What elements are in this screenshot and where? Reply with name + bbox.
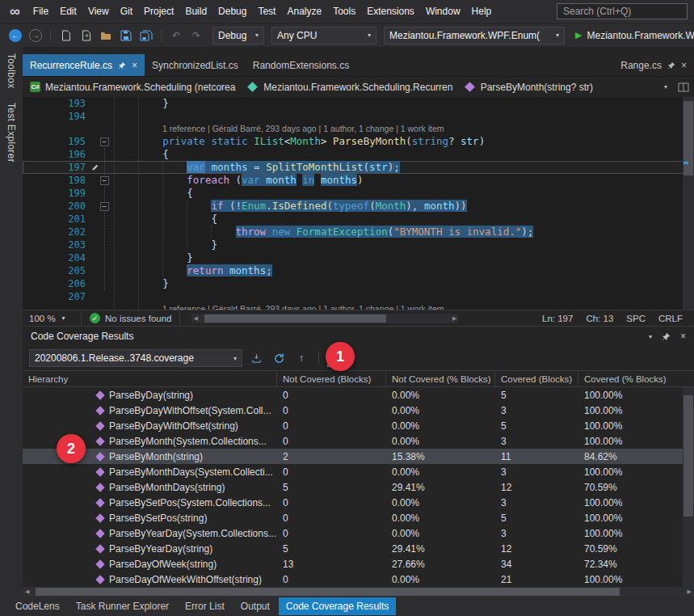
editor-tab-range-cs[interactable]: Range.cs× — [613, 54, 694, 76]
table-vertical-scrollbar[interactable] — [683, 387, 694, 587]
code-line-201[interactable]: 201 { — [23, 213, 694, 226]
scrollbar-thumb[interactable] — [36, 588, 620, 596]
codelens-indicator[interactable]: 1 reference | Gérald Barré, 293 days ago… — [23, 123, 694, 135]
menu-item-git[interactable]: Git — [115, 2, 138, 21]
bottom-tab-code-coverage-results[interactable]: Code Coverage Results — [279, 597, 396, 615]
import-coverage-button[interactable] — [247, 349, 265, 367]
code-line-204[interactable]: 204 } — [23, 251, 694, 264]
menu-item-help[interactable]: Help — [466, 2, 498, 21]
split-editor-icon[interactable] — [675, 82, 692, 92]
search-input[interactable] — [557, 3, 688, 19]
coverage-row-parsebymonthdays-string[interactable]: ParseByMonthDays(string)529.41%1270.59% — [23, 479, 694, 495]
menu-item-debug[interactable]: Debug — [212, 2, 252, 21]
zoom-dropdown[interactable]: 100 % ▾ — [23, 310, 81, 326]
menu-item-tools[interactable]: Tools — [327, 2, 361, 21]
new-project-button[interactable] — [57, 27, 74, 44]
scrollbar-thumb[interactable] — [204, 314, 386, 323]
editor-horizontal-scrollbar[interactable]: ◀ ▶ — [191, 314, 458, 323]
configuration-dropdown[interactable]: Debug ▾ — [212, 27, 264, 44]
editor-tab-recurrencerule-cs[interactable]: RecurrenceRule.cs× — [23, 54, 145, 76]
add-item-button[interactable] — [77, 27, 95, 44]
type-dropdown-breadcrumb[interactable]: Meziantou.Framework.Scheduling.Recurren … — [241, 78, 456, 96]
code-line-207[interactable]: 207 — [23, 290, 694, 303]
menu-item-analyze[interactable]: Analyze — [281, 2, 327, 21]
menu-item-build[interactable]: Build — [179, 2, 212, 21]
side-tab-toolbox[interactable]: Toolbox — [6, 53, 17, 88]
codelens-indicator[interactable]: 1 reference | Gérald Barré, 293 days ago… — [23, 303, 694, 310]
code-editor[interactable]: 193 }1941 reference | Gérald Barré, 293 … — [23, 97, 694, 310]
code-line-194[interactable]: 194 — [23, 110, 694, 123]
member-dropdown-breadcrumb[interactable]: ParseByMonth(string? str) ▾ — [458, 78, 673, 96]
menu-item-test[interactable]: Test — [252, 2, 281, 21]
column-header-covered-blocks[interactable]: Covered (Blocks) — [495, 371, 578, 386]
coverage-row-parsebyyearday-system-collections[interactable]: ParseByYearDay(System.Collections...00.0… — [23, 525, 694, 541]
window-position-icon[interactable]: ▾ — [649, 333, 652, 340]
pin-icon[interactable] — [118, 61, 126, 70]
menu-item-window[interactable]: Window — [420, 2, 466, 21]
bottom-tab-codelens[interactable]: CodeLens — [8, 597, 67, 615]
close-icon[interactable]: × — [680, 331, 686, 342]
coverage-row-parsebymonth-system-collections[interactable]: ParseByMonth(System.Collections...00.00%… — [23, 433, 694, 449]
merge-coverage-button[interactable] — [270, 349, 288, 367]
code-line-193[interactable]: 193 } — [23, 97, 694, 110]
column-header-hierarchy[interactable]: Hierarchy — [23, 371, 277, 386]
scrollbar-thumb[interactable] — [683, 101, 693, 175]
save-all-button[interactable] — [137, 27, 155, 44]
coverage-row-parsedayofweekwithoffset-string[interactable]: ParseDayOfWeekWithOffset(string)00.00%21… — [23, 572, 694, 587]
code-line-200[interactable]: 200− if (!Enum.IsDefined(typeof(Month), … — [23, 200, 694, 213]
coverage-report-dropdown[interactable]: 20200806.1.Release..3748.coverage ▾ — [29, 349, 242, 367]
column-header-covered-blocks[interactable]: Covered (% Blocks) — [578, 371, 694, 386]
navigate-forward-button[interactable]: → — [27, 27, 44, 44]
startup-project-dropdown[interactable]: Meziantou.Framework.WPF.Enum( ▾ — [384, 27, 565, 44]
scroll-right-icon[interactable]: ▶ — [688, 589, 692, 595]
code-line-197[interactable]: 197 var months = SplitToMonthList(str); — [23, 161, 694, 174]
coverage-row-parsebydaywithoffset-system-coll[interactable]: ParseByDayWithOffset(System.Coll...00.00… — [23, 403, 694, 418]
column-header-not-covered-blocks[interactable]: Not Covered (Blocks) — [277, 371, 386, 386]
code-line-195[interactable]: 195− private static IList<Month> ParseBy… — [23, 135, 694, 148]
navigate-back-button[interactable]: ← — [6, 27, 24, 44]
start-debugging-button[interactable]: ▶ Meziantou.Framework.WPF.Enu — [575, 30, 694, 41]
coverage-row-parsebymonthdays-system-collecti[interactable]: ParseByMonthDays(System.Collecti...00.00… — [23, 464, 694, 479]
spaces-indicator[interactable]: SPC — [626, 314, 646, 323]
code-line-196[interactable]: 196 { — [23, 148, 694, 161]
coverage-row-parsebysetpos-string[interactable]: ParseBySetPos(string)00.00%5100.00% — [23, 510, 694, 525]
editor-vertical-scrollbar[interactable] — [683, 97, 694, 310]
undo-button[interactable]: ↶ — [167, 27, 185, 44]
fold-collapse-icon[interactable]: − — [99, 174, 109, 187]
panel-horizontal-scrollbar[interactable]: ◀ ▶ — [23, 587, 694, 597]
menu-item-view[interactable]: View — [82, 2, 115, 21]
editor-tab-synchronizedlist-cs[interactable]: SynchronizedList.cs — [145, 54, 246, 76]
scrollbar-thumb[interactable] — [683, 395, 693, 517]
bottom-tab-error-list[interactable]: Error List — [178, 597, 232, 615]
close-icon[interactable]: × — [132, 61, 137, 70]
export-coverage-button[interactable]: ↑ — [292, 349, 310, 367]
scroll-left-icon[interactable]: ◀ — [25, 589, 29, 595]
pin-icon[interactable] — [667, 61, 675, 70]
code-line-206[interactable]: 206 } — [23, 277, 694, 290]
line-indicator[interactable]: Ln: 197 — [542, 314, 573, 323]
menu-item-file[interactable]: File — [27, 2, 54, 21]
bottom-tab-task-runner-explorer[interactable]: Task Runner Explorer — [69, 597, 176, 615]
scroll-left-icon[interactable]: ◀ — [193, 315, 197, 322]
code-line-198[interactable]: 198− foreach (var month in months) — [23, 174, 694, 187]
coverage-row-parsebyyearday-string[interactable]: ParseByYearDay(string)529.41%1270.59% — [23, 541, 694, 556]
code-line-199[interactable]: 199 { — [23, 187, 694, 200]
fold-collapse-icon[interactable]: − — [99, 135, 109, 148]
close-icon[interactable]: × — [681, 61, 687, 70]
line-ending-indicator[interactable]: CRLF — [658, 314, 683, 323]
coverage-row-parsebydaywithoffset-string[interactable]: ParseByDayWithOffset(string)00.00%5100.0… — [23, 418, 694, 433]
column-indicator[interactable]: Ch: 13 — [586, 314, 613, 323]
save-button[interactable] — [117, 27, 135, 44]
fold-collapse-icon[interactable]: − — [99, 200, 109, 213]
project-dropdown-breadcrumb[interactable]: C# Meziantou.Framework.Scheduling (netco… — [24, 78, 239, 96]
side-tab-test-explorer[interactable]: Test Explorer — [6, 103, 17, 162]
code-line-202[interactable]: 202 throw new FormatException("BYMONTH i… — [23, 226, 694, 238]
open-folder-button[interactable] — [97, 27, 115, 44]
pin-icon[interactable] — [662, 332, 671, 341]
editor-tab-randomextensions-cs[interactable]: RandomExtensions.cs — [246, 54, 356, 76]
menu-item-edit[interactable]: Edit — [54, 2, 82, 21]
code-line-205[interactable]: 205 return months; — [23, 264, 694, 277]
scroll-right-icon[interactable]: ▶ — [452, 315, 456, 322]
platform-dropdown[interactable]: Any CPU ▾ — [271, 27, 376, 44]
coverage-row-parsebyday-string[interactable]: ParseByDay(string)00.00%5100.00% — [23, 387, 694, 403]
